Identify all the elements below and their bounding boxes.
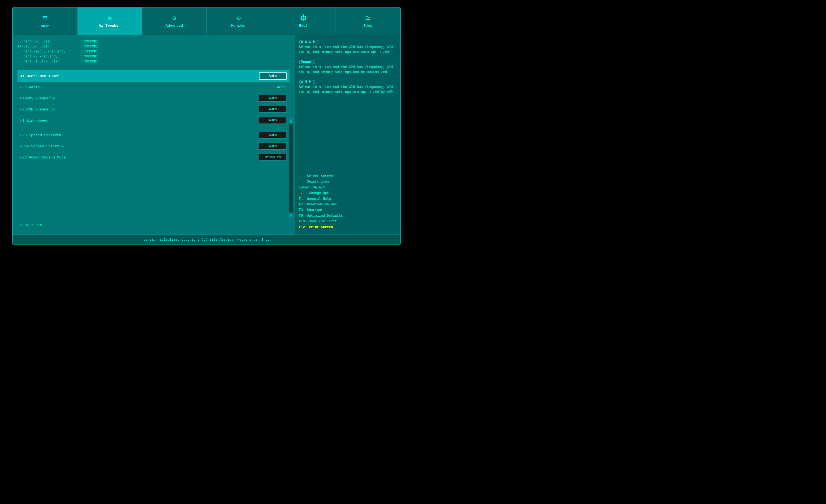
left-panel: Current CPU Speed : 2900MHz Target CPU S… (13, 35, 294, 235)
status-row-nb-freq: Current NB Frequency : 2000MHz (17, 55, 290, 59)
tab-main-label: Main (41, 24, 49, 28)
separator (17, 128, 290, 128)
setting-value-cpu-nb-freq[interactable]: Auto (259, 106, 287, 113)
help-manual-bracket: [Manual]: (299, 60, 317, 64)
top-nav: Main Ai Tweaker Advanced Monitor Boot To… (13, 7, 400, 35)
status-row-target-cpu: Target CPU Speed : 2900MHz (17, 45, 290, 49)
scrollbar-track: ▲ ▼ (289, 119, 293, 218)
shortcut-f2: F2: Previous Values (299, 202, 396, 207)
tab-advanced-label: Advanced (166, 23, 183, 28)
shortcut-f10: F10: Save ESC: Exit (299, 219, 396, 224)
oc-tuner-label: OC Tuner (25, 223, 42, 227)
setting-label-mem-freq: Memory Frequency (20, 96, 55, 101)
setting-row-pcie-spread[interactable]: PCIe Spread Spectrum Auto (17, 141, 290, 152)
tab-boot-label: Boot (299, 23, 307, 28)
setting-label-cpu-ratio: CPU Ratio (20, 85, 40, 89)
oc-arrow-icon: > (20, 223, 22, 227)
settings-list: Ai Overclock Tuner Auto CPU Ratio Auto M… (17, 70, 290, 218)
status-value-cpu-speed: 2900MHz (84, 40, 98, 44)
scrollbar-down[interactable]: ▼ (289, 213, 293, 218)
help-docp-text: Select this item and the CPU Bus frequen… (299, 45, 393, 54)
status-label-cpu-speed: Current CPU Speed (17, 40, 78, 44)
setting-value-cpu-ratio[interactable]: Auto (259, 84, 287, 90)
tab-monitor[interactable]: Monitor (207, 7, 272, 35)
shortcut-f1: F1: General Help (299, 196, 396, 202)
status-value-mem-freq: 1333MHz (84, 50, 98, 54)
status-label-target-cpu: Target CPU Speed (17, 45, 78, 49)
tool-icon (365, 14, 370, 22)
bios-container: Main Ai Tweaker Advanced Monitor Boot To… (12, 7, 401, 245)
footer-text: Version 2.10.1208. Copyright (C) 2012 Am… (143, 238, 270, 242)
setting-row-cpu-nb-freq[interactable]: CPU/NB Frequency Auto (17, 104, 290, 115)
setting-row-cpu-ratio[interactable]: CPU Ratio Auto (17, 82, 290, 93)
help-amp-bracket: [A.M.P.]: (299, 80, 317, 84)
setting-label-cpu-spread: CPU Spread Spectrum (20, 133, 61, 137)
status-row-cpu-speed: Current CPU Speed : 2900MHz (17, 40, 290, 44)
help-docp-bracket: [D.O.C.P.]: (299, 40, 321, 44)
tab-boot[interactable]: Boot (271, 7, 336, 35)
status-label-mem-freq: Current Memory Frequency (17, 50, 78, 54)
setting-value-ht-link-speed[interactable]: Auto (259, 117, 287, 124)
main-content: Current CPU Speed : 2900MHz Target CPU S… (13, 35, 400, 235)
status-value-ht-link: 2000MHz (84, 60, 98, 64)
setting-row-mem-freq[interactable]: Memory Frequency Auto (17, 93, 290, 104)
shortcut-change-opt: +/-: Change Opt. (299, 190, 396, 196)
shortcut-f12: F12: Print Screen (299, 225, 396, 230)
scrollbar-up[interactable]: ▲ (289, 119, 293, 124)
shortcuts-panel: →←: Select Screen ↑↓: Select Item Enter:… (299, 174, 396, 230)
status-value-target-cpu: 2900MHz (84, 45, 98, 49)
help-text: [D.O.C.P.]: Select this item and the CPU… (299, 40, 396, 94)
tweaker-icon (108, 14, 112, 22)
shortcut-f3: F3: Shortcut (299, 207, 396, 213)
status-row-ht-link: Current HT Link Speed : 2000MHz (17, 60, 290, 64)
shortcut-enter: Enter: Select (299, 185, 396, 190)
status-label-nb-freq: Current NB Frequency (17, 55, 78, 59)
tab-tool[interactable]: Tool (336, 7, 400, 35)
setting-value-pcie-spread[interactable]: Auto (259, 143, 287, 149)
setting-value-epu-power[interactable]: Disabled (259, 154, 287, 161)
tab-ai-tweaker-label: Ai Tweaker (99, 23, 120, 28)
setting-label-pcie-spread: PCIe Spread Spectrum (20, 144, 64, 148)
setting-value-ai-overclock[interactable]: Auto (259, 72, 287, 80)
setting-label-ai-overclock: Ai Overclock Tuner (20, 74, 59, 78)
tab-tool-label: Tool (364, 23, 372, 28)
shortcut-select-screen: →←: Select Screen (299, 174, 396, 179)
status-info: Current CPU Speed : 2900MHz Target CPU S… (17, 40, 290, 65)
status-label-ht-link: Current HT Link Speed (17, 60, 78, 64)
tab-advanced[interactable]: Advanced (142, 7, 207, 35)
setting-value-cpu-spread[interactable]: Auto (259, 132, 287, 138)
tab-monitor-label: Monitor (231, 23, 246, 28)
status-value-nb-freq: 2000MHz (84, 55, 98, 59)
bottom-bar: Version 2.10.1208. Copyright (C) 2012 Am… (13, 235, 400, 245)
setting-row-ht-link-speed[interactable]: HT Link Speed Auto (17, 115, 290, 126)
setting-label-cpu-nb-freq: CPU/NB Frequency (20, 108, 55, 112)
setting-row-ai-overclock[interactable]: Ai Overclock Tuner Auto (17, 70, 290, 82)
scrollbar-thumb[interactable] (290, 124, 293, 212)
shortcut-select-item: ↑↓: Select Item (299, 179, 396, 185)
setting-row-epu-power[interactable]: EPU Power Saving Mode Disabled (17, 152, 290, 163)
tab-main[interactable]: Main (13, 7, 78, 35)
right-panel: [D.O.C.P.]: Select this item and the CPU… (294, 35, 400, 235)
setting-label-ht-link-speed: HT Link Speed (20, 119, 48, 123)
tab-ai-tweaker[interactable]: Ai Tweaker (78, 7, 142, 35)
shortcut-f5: F5: Optimized Defaults (299, 213, 396, 219)
setting-value-mem-freq[interactable]: Auto (259, 95, 287, 102)
setting-label-epu-power: EPU Power Saving Mode (20, 155, 66, 160)
status-row-mem-freq: Current Memory Frequency : 1333MHz (17, 50, 290, 54)
monitor-icon (237, 14, 241, 22)
menu-icon (43, 14, 48, 22)
help-manual-text: Select this item and the CPU Bus frequen… (299, 65, 393, 74)
boot-icon (300, 14, 306, 22)
help-amp-text: Select this item and the CPU Bus frequen… (299, 85, 395, 94)
advanced-icon (172, 14, 176, 22)
oc-tuner-row[interactable]: > OC Tuner (17, 220, 290, 230)
setting-row-cpu-spread[interactable]: CPU Spread Spectrum Auto (17, 130, 290, 141)
